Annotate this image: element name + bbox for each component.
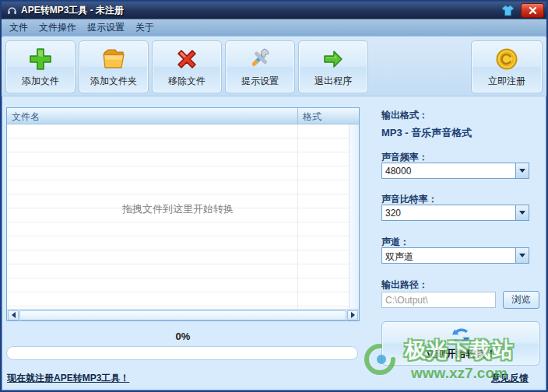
chevron-down-icon [519, 254, 525, 257]
toolbar-button-label: 添加文件 [22, 75, 59, 88]
skin-button[interactable] [497, 3, 518, 17]
progress-bar [6, 346, 358, 360]
vertical-scrollbar[interactable] [349, 124, 359, 309]
register-now-button[interactable]: 立即注册 [471, 40, 543, 93]
settings-panel: 输出格式： MP3 - 音乐声音格式 声音频率： 48000 声音比特率： 32… [380, 103, 545, 383]
toolbar-button-label: 立即注册 [488, 75, 525, 88]
window-title: APE转MP3工具 - 未注册 [21, 4, 497, 17]
sample-rate-select[interactable]: 48000 [381, 163, 529, 179]
output-format-value: MP3 - 音乐声音格式 [381, 126, 472, 140]
coin-icon [494, 46, 520, 72]
bitrate-select[interactable]: 320 [381, 205, 529, 221]
file-list: 文件名 格式 拖拽文件到这里开始转换 [6, 107, 360, 321]
feedback-link[interactable]: 意见反馈 [491, 372, 529, 385]
close-icon [529, 6, 537, 15]
sample-rate-dropdown-button[interactable] [515, 163, 529, 178]
scroll-right-button[interactable] [347, 310, 358, 320]
column-header-format[interactable]: 格式 [297, 108, 359, 124]
channels-dropdown-button[interactable] [515, 248, 529, 263]
horizontal-scroll-thumb[interactable] [19, 310, 346, 320]
exit-program-button[interactable]: 退出程序 [298, 40, 368, 93]
scroll-left-button[interactable] [8, 310, 19, 320]
menu-tip-settings[interactable]: 提示设置 [87, 21, 125, 34]
shirt-icon [501, 5, 515, 16]
app-window: APE转MP3工具 - 未注册 文件 文件操作 提示设置 关于 添加文件 [0, 0, 548, 392]
add-folder-button[interactable]: 添加文件夹 [79, 40, 149, 93]
chevron-down-icon [519, 211, 525, 215]
output-format-label: 输出格式： [381, 109, 428, 122]
toolbar: 添加文件 添加文件夹 移除文件 提示设置 [2, 37, 546, 96]
menu-file[interactable]: 文件 [9, 21, 28, 34]
output-path-label: 输出路径： [381, 278, 428, 292]
toolbar-button-label: 退出程序 [314, 75, 352, 88]
toolbar-button-label: 提示设置 [241, 75, 279, 88]
add-folder-icon [100, 46, 127, 72]
start-convert-label: 立刻开始转换！ [426, 347, 497, 361]
column-divider [297, 124, 298, 309]
remove-file-button[interactable]: 移除文件 [152, 40, 222, 93]
channels-select[interactable]: 双声道 [381, 247, 529, 264]
toolbar-button-label: 添加文件夹 [90, 75, 137, 88]
channels-value: 双声道 [382, 248, 515, 263]
output-path-field[interactable]: C:\Output\ [381, 292, 496, 308]
bitrate-value: 320 [382, 205, 515, 220]
add-file-button[interactable]: 添加文件 [5, 40, 76, 93]
remove-file-icon [174, 46, 200, 72]
drop-hint-text: 拖拽文件到这里开始转换 [7, 202, 349, 216]
bitrate-dropdown-button[interactable] [515, 205, 529, 220]
horizontal-scrollbar[interactable] [7, 309, 359, 320]
headphones-icon [6, 5, 18, 16]
browse-button[interactable]: 浏览 [503, 291, 539, 309]
scroll-right-icon [351, 312, 355, 318]
file-list-drop-area[interactable]: 拖拽文件到这里开始转换 [7, 124, 359, 309]
start-convert-button[interactable]: 立刻开始转换！ [381, 321, 540, 366]
tip-settings-button[interactable]: 提示设置 [225, 40, 295, 93]
tools-icon [247, 46, 273, 72]
register-now-link[interactable]: 现在就注册APE转MP3工具！ [7, 372, 129, 385]
add-file-icon [27, 46, 54, 72]
exit-icon [320, 46, 346, 72]
toolbar-button-label: 移除文件 [168, 75, 206, 88]
menu-bar: 文件 文件操作 提示设置 关于 [2, 19, 546, 37]
file-list-header: 文件名 格式 [7, 108, 359, 124]
sample-rate-value: 48000 [382, 163, 515, 178]
close-button[interactable] [521, 3, 544, 18]
convert-arrows-icon [449, 326, 472, 346]
column-header-filename[interactable]: 文件名 [7, 108, 297, 124]
progress-percent-label: 0% [6, 331, 360, 342]
menu-about[interactable]: 关于 [135, 21, 154, 34]
chevron-down-icon [519, 169, 525, 173]
menu-file-operations[interactable]: 文件操作 [39, 21, 76, 34]
scroll-left-icon [12, 312, 16, 318]
title-bar: APE转MP3工具 - 未注册 [2, 2, 546, 19]
